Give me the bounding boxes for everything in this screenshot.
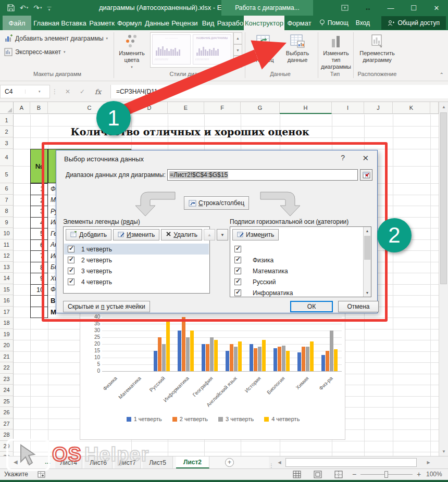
ribbon-tab-конструктор[interactable]: Конструктор	[244, 16, 284, 30]
column-header-extra[interactable]	[430, 102, 439, 114]
switch-row-column-button[interactable]: Строка/столбец	[247, 32, 279, 64]
formula-bar-splitter-icon[interactable]: ⋮	[52, 85, 57, 98]
redo-icon[interactable]: ↷▾	[33, 2, 42, 14]
column-header-H[interactable]: H	[280, 102, 332, 114]
sheet-tab-лист4[interactable]: Лист4	[55, 456, 82, 468]
column-header-G[interactable]: G	[241, 102, 280, 114]
change-chart-type-button[interactable]: Изменить тип диаграммы	[319, 32, 353, 70]
axis-list-item[interactable]: ✓Физика	[231, 255, 370, 265]
checkbox-icon[interactable]: ✓	[234, 246, 241, 252]
legend-добавить-button[interactable]: Добавить	[66, 229, 111, 240]
ribbon-tab-главная[interactable]: Главная	[34, 16, 58, 30]
undo-icon[interactable]: ↶▾	[20, 2, 28, 14]
gallery-more-icon[interactable]: ▔▼	[233, 56, 242, 68]
sheet-tab-лист2[interactable]: Лист2	[176, 456, 209, 468]
row-header-11[interactable]: 11	[0, 239, 14, 251]
quick-layout-button[interactable]: Экспресс-макет▾	[4, 48, 65, 56]
switch-row-column-dialog-button[interactable]: Строка/столбец	[184, 196, 249, 210]
row-header-30[interactable]: 30	[0, 452, 14, 456]
column-header-B[interactable]: B	[30, 102, 48, 114]
maximize-button[interactable]: ☐	[402, 0, 425, 16]
checkbox-icon[interactable]: ✓	[68, 257, 74, 263]
row-header-23[interactable]: 23	[0, 374, 14, 385]
column-header-A[interactable]: A	[14, 102, 30, 114]
row-header-14[interactable]: 14	[0, 273, 14, 284]
minimize-button[interactable]: —	[379, 0, 402, 16]
new-sheet-button[interactable]: +	[225, 458, 234, 467]
zoom-level[interactable]: 100%	[426, 471, 442, 478]
help-tab[interactable]: Помощ	[319, 19, 349, 27]
page-break-view-icon[interactable]	[334, 471, 344, 479]
select-data-button[interactable]: Выбрать данные	[281, 32, 314, 64]
row-header-15[interactable]: 15	[0, 284, 14, 296]
enter-entry-icon[interactable]: ✓	[76, 85, 89, 98]
ribbon-tab-рецензи[interactable]: Рецензи	[171, 16, 198, 30]
row-header-12[interactable]: 12	[0, 250, 14, 262]
vertical-scroll-thumb[interactable]	[440, 112, 447, 284]
column-header-E[interactable]: E	[168, 102, 204, 114]
share-button[interactable]: Общий доступ	[381, 16, 446, 30]
row-header-28[interactable]: 28	[0, 429, 14, 441]
zoom-out-icon[interactable]: −	[352, 470, 356, 478]
checkbox-icon[interactable]: ✓	[68, 278, 74, 285]
row-header-26[interactable]: 26	[0, 407, 14, 418]
formula-input[interactable]: =СРЗНАЧ(D11:G11)	[110, 85, 448, 98]
row-header-19[interactable]: 19	[0, 329, 14, 340]
column-header-K[interactable]: K	[393, 102, 430, 114]
chart-data-range-input[interactable]: =Лист2!$C$4:$G$15	[167, 169, 358, 181]
legend-list-item[interactable]: ✓1 четверть	[64, 244, 209, 255]
row-header-22[interactable]: 22	[0, 362, 14, 374]
sheet-tabs-overflow[interactable]: ...	[45, 458, 51, 465]
collapse-ribbon-icon[interactable]: ⌃	[440, 72, 444, 78]
ribbon-tab-формат[interactable]: Формат	[285, 16, 313, 30]
scroll-up-icon[interactable]: ▲	[439, 102, 448, 111]
row-header-3[interactable]: 3	[0, 137, 14, 149]
sheet-tab-лист6[interactable]: Лист6	[84, 456, 113, 468]
dialog-help-icon[interactable]: ?	[341, 154, 345, 162]
list-scroll-up-icon[interactable]: ▲	[364, 227, 371, 235]
select-all-corner[interactable]	[0, 102, 14, 114]
row-header-6[interactable]: 6	[0, 183, 14, 195]
horizontal-scrollbar[interactable]: ⋮ ◀ ▶	[269, 456, 448, 468]
ribbon-display-options-icon[interactable]	[333, 0, 356, 16]
scroll-left-icon[interactable]: ◀	[275, 458, 284, 467]
row-header-16[interactable]: 16	[0, 295, 14, 307]
ribbon-tab-формул[interactable]: Формул	[116, 16, 143, 30]
ribbon-tab-данные[interactable]: Данные	[144, 16, 170, 30]
sheet-tab-лист7[interactable]: Лист7	[115, 456, 141, 468]
row-header-9[interactable]: 9	[0, 217, 14, 229]
close-button[interactable]: ✕	[425, 0, 448, 16]
move-up-icon[interactable]: ▲	[204, 229, 215, 240]
dialog-close-icon[interactable]: ✕	[362, 154, 369, 163]
change-colors-button[interactable]: Изменить цвета▾	[116, 32, 148, 70]
sheet-nav-left-icon[interactable]: ◀	[14, 459, 18, 465]
column-header-I[interactable]: I	[332, 102, 364, 114]
cancel-button[interactable]: Отмена	[338, 301, 379, 312]
ribbon-tab-вид[interactable]: Вид	[200, 16, 217, 30]
sheet-nav-right-icon[interactable]: ▶	[27, 459, 31, 465]
move-down-icon[interactable]: ▼	[217, 229, 228, 240]
move-chart-button[interactable]: Переместить диаграмму	[355, 32, 399, 64]
scroll-right-icon[interactable]: ▶	[424, 458, 433, 467]
row-header-25[interactable]: 25	[0, 396, 14, 408]
normal-view-icon[interactable]	[293, 471, 302, 479]
ribbon-tab-разрабо[interactable]: Разрабо	[218, 16, 243, 30]
axis-list-item[interactable]: ✓Русский	[231, 276, 370, 287]
row-header-24[interactable]: 24	[0, 385, 14, 396]
row-header-8[interactable]: 8	[0, 206, 14, 217]
legend-изменить-button[interactable]: Изменить	[113, 229, 159, 240]
row-header-1[interactable]: 1	[0, 115, 14, 126]
legend-list-item[interactable]: ✓4 четверть	[64, 276, 209, 287]
row-header-29[interactable]: 29	[0, 441, 14, 452]
contextual-tab-header[interactable]: Работа с диаграмма...	[221, 0, 313, 16]
row-header-4[interactable]: 4	[0, 149, 14, 166]
sign-in-link[interactable]: Вход	[356, 19, 370, 27]
axis-list-item[interactable]: ✓	[231, 244, 370, 255]
add-chart-element-button[interactable]: Добавить элемент диаграммы▾	[4, 34, 108, 43]
checkbox-icon[interactable]: ✓	[68, 246, 74, 252]
macro-record-icon[interactable]	[38, 471, 47, 479]
row-header-10[interactable]: 10	[0, 228, 14, 239]
row-header-7[interactable]: 7	[0, 195, 14, 206]
scroll-down-icon[interactable]: ▼	[439, 447, 448, 456]
row-header-27[interactable]: 27	[0, 418, 14, 430]
